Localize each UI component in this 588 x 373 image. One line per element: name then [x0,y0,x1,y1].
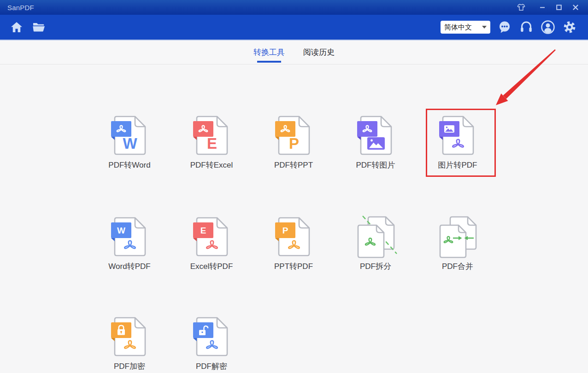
tool-label: Word转PDF [108,262,150,271]
pdf-to-excel-icon: E [188,114,235,158]
chat-button[interactable] [497,20,512,35]
pdf-to-ppt-icon: P [270,114,318,158]
svg-text:W: W [117,226,125,235]
tools-panel: WPDF转WordEPDF转ExcelPPDF转PPTPDF转图片图片转PDFW… [0,65,588,373]
tool-label: PDF转图片 [356,161,395,170]
language-select[interactable]: 简体中文 [441,21,490,34]
tool-pdf-decrypt[interactable]: PDF解密 [171,315,253,371]
tab-reading-history[interactable]: 阅读历史 [302,41,335,64]
tool-label: PDF转PPT [274,161,313,170]
svg-text:E: E [207,135,217,152]
tool-pdf-encrypt[interactable]: PDF加密 [88,315,171,371]
tab-convert-tools-label: 转换工具 [253,47,285,58]
shirt-icon[interactable] [516,2,526,12]
tool-pdf-to-word[interactable]: WPDF转Word [88,114,171,170]
tool-label: 图片转PDF [438,161,477,170]
home-button[interactable] [9,20,24,35]
pdf-decrypt-icon [188,315,235,359]
tool-pdf-to-ppt[interactable]: PPDF转PPT [253,114,335,170]
tabbar: 转换工具 阅读历史 [0,41,588,64]
app-title: SanPDF [7,4,34,12]
toolbar-left [9,20,46,35]
pdf-to-image-icon [352,114,400,158]
svg-text:P: P [282,226,288,235]
tool-excel-to-pdf[interactable]: EExcel转PDF [171,215,253,271]
tool-row: PDF加密PDF解密 [88,315,588,371]
tool-ppt-to-pdf[interactable]: PPPT转PDF [253,215,335,271]
tool-label: PPT转PDF [274,262,313,271]
ppt-to-pdf-icon: P [270,215,318,259]
maximize-button[interactable] [554,2,564,12]
pdf-split-icon [352,215,400,259]
tool-image-to-pdf[interactable]: 图片转PDF [417,114,499,170]
close-button[interactable] [570,2,581,12]
excel-to-pdf-icon: E [188,215,235,259]
window-controls [516,2,581,12]
tools-grid: WPDF转WordEPDF转ExcelPPDF转PPTPDF转图片图片转PDFW… [0,114,588,371]
tool-pdf-to-image[interactable]: PDF转图片 [335,114,417,170]
svg-text:W: W [123,135,137,152]
titlebar: SanPDF [0,0,588,15]
tool-label: Excel转PDF [190,262,233,271]
sanpdf-window: { "window": { "title": "SanPDF", "contro… [0,0,588,373]
tool-label: PDF拆分 [360,262,391,271]
chevron-down-icon [482,26,487,29]
tool-row: WPDF转WordEPDF转ExcelPPDF转PPTPDF转图片图片转PDF [88,114,588,170]
settings-gear-icon[interactable] [562,20,577,35]
language-value: 简体中文 [444,23,482,32]
pdf-to-word-icon: W [106,114,153,158]
open-folder-button[interactable] [31,20,46,35]
tab-reading-history-label: 阅读历史 [303,47,335,58]
tool-row: WWord转PDFEExcel转PDFPPPT转PDFPDF拆分PDF合并 [88,215,588,271]
tool-word-to-pdf[interactable]: WWord转PDF [88,215,171,271]
headset-button[interactable] [519,20,534,35]
tool-label: PDF转Word [108,161,150,170]
tool-pdf-split[interactable]: PDF拆分 [335,215,417,271]
minimize-button[interactable] [537,2,547,12]
toolbar: 简体中文 [0,15,588,41]
pdf-encrypt-icon [106,315,153,359]
image-to-pdf-icon [434,114,482,158]
tool-label: PDF转Excel [190,161,233,170]
svg-text:E: E [200,226,206,235]
tool-pdf-to-excel[interactable]: EPDF转Excel [171,114,253,170]
svg-text:P: P [289,135,299,152]
tool-label: PDF加密 [114,362,145,371]
tool-label: PDF解密 [196,362,227,371]
tool-pdf-merge[interactable]: PDF合并 [417,215,499,271]
tab-convert-tools[interactable]: 转换工具 [253,41,286,64]
account-button[interactable] [541,20,555,35]
tool-label: PDF合并 [442,262,473,271]
word-to-pdf-icon: W [106,215,153,259]
pdf-merge-icon [434,215,482,259]
toolbar-right: 简体中文 [441,20,577,35]
